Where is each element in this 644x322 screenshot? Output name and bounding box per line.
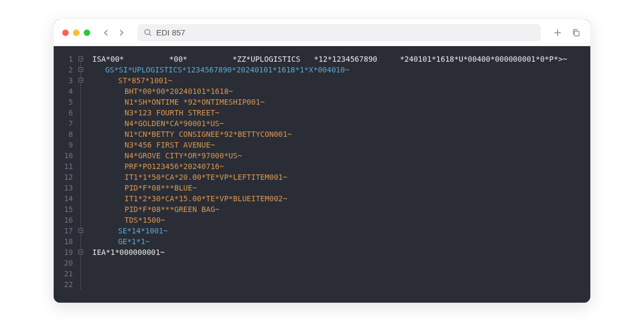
code-line[interactable] xyxy=(92,258,590,268)
titlebar-actions xyxy=(552,27,582,39)
plus-icon xyxy=(553,28,562,37)
line-number: 18 xyxy=(54,236,73,247)
search-bar[interactable]: EDI 857 xyxy=(137,24,541,41)
line-number: 9 xyxy=(54,140,73,150)
line-number: 8 xyxy=(54,129,73,140)
line-number: 10 xyxy=(54,150,73,161)
code-line[interactable]: TDS*1500~ xyxy=(92,215,590,225)
code-content[interactable]: ISA*00* *00* *ZZ*UPLOGISTICS *12*1234567… xyxy=(89,54,590,290)
fold-toggle[interactable] xyxy=(78,67,83,72)
nav-back-button[interactable] xyxy=(101,27,112,38)
copy-icon xyxy=(572,28,580,37)
svg-line-1 xyxy=(149,34,151,35)
code-line[interactable]: N4*GROVE CITY*OR*97000*US~ xyxy=(92,150,590,161)
code-line[interactable]: N3*456 FIRST AVENUE~ xyxy=(92,140,590,150)
line-number-gutter: 12345678910111213141516171819202122 xyxy=(54,54,76,290)
code-line[interactable]: IT1*2*30*CA*15.00*TE*VP*BLUEITEM002~ xyxy=(92,193,590,204)
code-editor[interactable]: 12345678910111213141516171819202122 ISA*… xyxy=(54,46,590,303)
svg-point-0 xyxy=(145,30,150,34)
line-number: 1 xyxy=(54,54,73,64)
line-number: 19 xyxy=(54,247,73,258)
code-line[interactable]: N1*CN*BETTY CONSIGNEE*92*BETTYCON001~ xyxy=(92,129,590,140)
line-number: 14 xyxy=(54,193,73,204)
nav-arrows xyxy=(101,27,127,38)
line-number: 7 xyxy=(54,118,73,129)
code-line[interactable]: PID*F*08***GREEN BAG~ xyxy=(92,204,590,215)
line-number: 22 xyxy=(54,279,73,290)
fold-toggle[interactable] xyxy=(78,78,83,83)
line-number: 2 xyxy=(54,64,73,75)
code-line[interactable]: GS*SI*UPLOGISTICS*1234567890*20240101*16… xyxy=(92,64,590,75)
fold-toggle[interactable] xyxy=(78,250,83,254)
code-line[interactable]: N4*GOLDEN*CA*90001*US~ xyxy=(92,118,590,129)
code-line[interactable]: IT1*1*50*CA*20.00*TE*VP*LEFTITEM001~ xyxy=(92,172,590,182)
line-number: 3 xyxy=(54,75,73,86)
code-line[interactable]: PRF*PO123456*20240716~ xyxy=(92,161,590,172)
code-line[interactable]: PID*F*08***BLUE~ xyxy=(92,182,590,193)
line-number: 13 xyxy=(54,182,73,193)
code-line[interactable]: N3*123 FOURTH STREET~ xyxy=(92,107,590,118)
editor-window: EDI 857 12345678910111213141516171819202… xyxy=(54,19,590,303)
minimize-button[interactable] xyxy=(73,30,79,36)
code-line[interactable]: IEA*1*000000001~ xyxy=(92,247,590,258)
line-number: 16 xyxy=(54,215,73,225)
search-icon xyxy=(144,28,152,36)
line-number: 4 xyxy=(54,86,73,97)
search-input[interactable]: EDI 857 xyxy=(156,28,185,37)
code-line[interactable]: ISA*00* *00* *ZZ*UPLOGISTICS *12*1234567… xyxy=(92,54,590,64)
line-number: 15 xyxy=(54,204,73,215)
fold-gutter xyxy=(76,54,89,290)
code-line[interactable]: SE*14*1001~ xyxy=(92,225,590,236)
svg-rect-4 xyxy=(574,31,579,36)
fold-toggle[interactable] xyxy=(78,56,83,61)
new-tab-button[interactable] xyxy=(552,27,564,39)
maximize-button[interactable] xyxy=(84,30,90,36)
code-line[interactable]: GE*1*1~ xyxy=(92,236,590,247)
copy-button[interactable] xyxy=(570,27,582,39)
close-button[interactable] xyxy=(62,30,69,36)
line-number: 6 xyxy=(54,107,73,118)
chevron-left-icon xyxy=(103,29,109,36)
code-line[interactable]: BHT*00*00*20240101*1618~ xyxy=(92,86,590,97)
titlebar: EDI 857 xyxy=(54,19,590,46)
nav-forward-button[interactable] xyxy=(116,27,127,38)
code-line[interactable]: ST*857*1001~ xyxy=(92,75,590,86)
code-line[interactable]: N1*SH*ONTIME *92*ONTIMESHIP001~ xyxy=(92,97,590,107)
line-number: 12 xyxy=(54,172,73,182)
line-number: 17 xyxy=(54,225,73,236)
line-number: 21 xyxy=(54,268,73,279)
fold-toggle[interactable] xyxy=(78,228,83,233)
code-line[interactable] xyxy=(92,268,590,279)
line-number: 20 xyxy=(54,258,73,268)
traffic-lights xyxy=(62,30,90,36)
fold-guide-line xyxy=(80,57,81,290)
chevron-right-icon xyxy=(118,29,125,36)
line-number: 11 xyxy=(54,161,73,172)
code-line[interactable] xyxy=(92,279,590,290)
line-number: 5 xyxy=(54,97,73,107)
